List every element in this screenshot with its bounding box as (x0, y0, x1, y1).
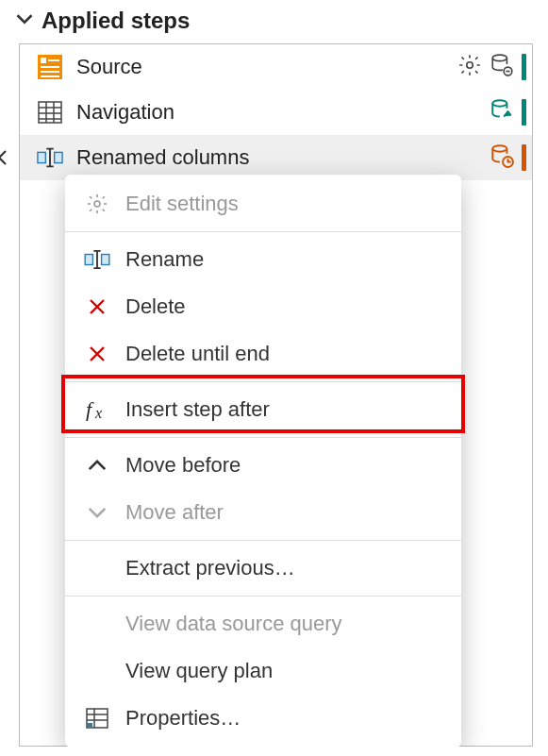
accent-bar (522, 54, 526, 80)
applied-steps-header[interactable]: Applied steps (0, 0, 548, 43)
svg-rect-2 (48, 59, 59, 61)
gear-icon[interactable] (457, 53, 482, 82)
menu-rename[interactable]: Rename (65, 236, 461, 283)
database-minus-icon[interactable] (490, 53, 514, 82)
panel-title: Applied steps (42, 8, 190, 34)
svg-rect-1 (41, 58, 46, 63)
fx-icon: f x (82, 395, 112, 425)
svg-point-22 (94, 201, 100, 207)
menu-extract-previous[interactable]: Extract previous… (65, 545, 461, 592)
menu-view-data-source-query: View data source query (65, 600, 461, 647)
delete-icon (82, 339, 112, 369)
menu-separator (65, 437, 461, 438)
step-row-source[interactable]: Source (20, 44, 532, 90)
menu-label: Move before (125, 453, 241, 478)
blank-icon (82, 609, 112, 639)
svg-point-6 (467, 61, 473, 68)
svg-rect-24 (102, 255, 109, 265)
menu-label: Delete (125, 294, 186, 319)
menu-move-after: Move after (65, 489, 461, 536)
svg-point-16 (492, 100, 506, 107)
menu-label: Delete until end (125, 342, 270, 366)
blank-icon (82, 656, 112, 686)
chevron-up-icon (82, 450, 112, 480)
menu-label: View data source query (125, 612, 342, 636)
menu-delete[interactable]: Delete (65, 283, 461, 330)
applied-steps-list: Source (19, 43, 533, 747)
rename-column-icon (37, 144, 63, 171)
svg-rect-17 (38, 152, 45, 162)
svg-text:x: x (94, 405, 102, 421)
menu-edit-settings: Edit settings (65, 180, 461, 227)
properties-icon (82, 703, 112, 733)
menu-label: Properties… (125, 706, 241, 731)
menu-delete-until-end[interactable]: Delete until end (65, 330, 461, 378)
svg-point-7 (492, 55, 506, 60)
accent-bar (522, 144, 526, 171)
menu-separator (65, 596, 461, 596)
chevron-down-icon (82, 497, 112, 528)
chevron-down-icon (15, 8, 34, 34)
menu-properties[interactable]: Properties… (65, 695, 461, 742)
menu-separator (65, 381, 461, 382)
menu-label: Insert step after (125, 397, 270, 422)
table-icon (37, 99, 63, 126)
svg-rect-5 (41, 76, 59, 77)
menu-separator (65, 540, 461, 541)
menu-separator (65, 231, 461, 232)
delete-step-button[interactable] (0, 144, 12, 171)
step-label: Source (76, 55, 457, 79)
rename-icon (82, 244, 112, 275)
database-refresh-icon[interactable] (490, 98, 514, 127)
svg-rect-32 (88, 723, 92, 727)
step-label: Navigation (76, 100, 490, 125)
blank-icon (82, 553, 112, 583)
accent-bar (522, 99, 526, 126)
menu-label: View query plan (125, 659, 273, 683)
svg-rect-3 (41, 66, 59, 68)
database-clock-icon[interactable] (490, 143, 514, 173)
source-icon (37, 54, 63, 80)
menu-label: Rename (125, 247, 204, 272)
svg-point-20 (492, 145, 506, 152)
menu-view-query-plan[interactable]: View query plan (65, 647, 461, 695)
step-row-navigation[interactable]: Navigation (20, 90, 532, 135)
menu-move-before[interactable]: Move before (65, 442, 461, 489)
svg-text:f: f (86, 397, 94, 421)
svg-rect-4 (41, 71, 59, 73)
menu-insert-step-after[interactable]: f x Insert step after (65, 386, 461, 433)
svg-rect-18 (55, 152, 62, 162)
gear-icon (82, 189, 112, 219)
step-row-renamed-columns[interactable]: Renamed columns (20, 135, 532, 180)
menu-label: Move after (125, 500, 224, 525)
menu-label: Extract previous… (125, 556, 295, 580)
step-label: Renamed columns (76, 145, 490, 170)
menu-label: Edit settings (125, 192, 239, 216)
delete-icon (82, 292, 112, 322)
step-context-menu: Edit settings Rename Delete (65, 175, 461, 747)
svg-rect-23 (85, 255, 92, 265)
